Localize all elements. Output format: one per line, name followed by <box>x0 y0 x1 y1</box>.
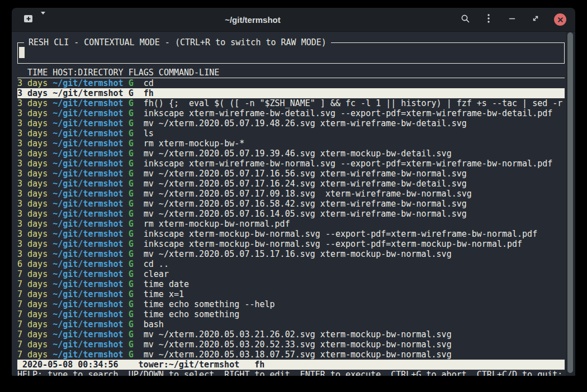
scrollbar-track[interactable] <box>566 32 575 376</box>
row-flags: G <box>129 159 134 169</box>
history-row[interactable]: 3 days ~/git/termshot G mv ~/xterm.2020.… <box>17 209 565 219</box>
row-command: inkscape xterm-wireframe-bw-normal.svg -… <box>144 159 553 169</box>
history-row[interactable]: 7 days ~/git/termshot G mv ~/xterm.2020.… <box>17 329 565 340</box>
row-directory: ~/git/termshot <box>53 118 123 128</box>
search-button[interactable] <box>460 15 470 25</box>
history-row[interactable]: 3 days ~/git/termshot G mv ~/xterm.2020.… <box>17 249 565 259</box>
tab-dropdown-button[interactable] <box>41 15 45 25</box>
row-time: 7 days <box>17 309 48 319</box>
row-command: mv ~/xterm.2020.05.07.16.58.42.svg xterm… <box>144 199 467 209</box>
row-time: 3 days <box>17 98 48 108</box>
history-row[interactable]: 3 days ~/git/termshot G inkscape xterm-m… <box>17 239 565 249</box>
history-row[interactable]: 3 days ~/git/termshot G mv ~/xterm.2020.… <box>17 169 565 179</box>
minimize-icon <box>508 15 516 25</box>
row-flags: G <box>129 299 134 309</box>
row-flags: G <box>129 279 134 289</box>
row-command: time date <box>144 279 189 289</box>
history-row[interactable]: 7 days ~/git/termshot G clear <box>17 269 565 279</box>
row-command: rm xterm-mockup-bw-normal.pdf <box>144 219 290 229</box>
close-icon <box>558 15 563 25</box>
row-command: cd <box>144 78 154 88</box>
row-flags: G <box>129 249 134 259</box>
row-flags: G <box>129 108 134 118</box>
titlebar[interactable]: ~/git/termshot <box>12 8 575 32</box>
row-flags: G <box>129 118 134 128</box>
row-time: 3 days <box>17 108 48 118</box>
history-row[interactable]: 3 days ~/git/termshot G cd <box>17 78 565 88</box>
status-host-path: tower:~/git/termshot <box>139 360 240 370</box>
row-flags: G <box>129 219 134 229</box>
search-cursor <box>19 47 25 58</box>
row-directory: ~/git/termshot <box>53 299 123 309</box>
status-query: fh <box>254 360 264 370</box>
history-row[interactable]: 7 days ~/git/termshot G time echo someth… <box>17 309 565 319</box>
scrollbar-thumb[interactable] <box>567 32 573 373</box>
row-time: 7 days <box>17 350 48 360</box>
restore-button[interactable] <box>531 15 541 25</box>
history-row[interactable]: 3 days ~/git/termshot G mv ~/xterm.2020.… <box>17 199 565 209</box>
tab-dropdown-icon <box>41 12 45 24</box>
row-flags: G <box>129 169 134 179</box>
window-title: ~/git/termshot <box>45 15 460 25</box>
row-command: mv ~/xterm.2020.05.07.16.14.05.svg xterm… <box>144 209 467 219</box>
row-flags: G <box>129 88 134 98</box>
resh-cli-panel: RESH CLI - CONTEXTUAL MODE - (CTRL+R to … <box>17 37 565 376</box>
history-row[interactable]: 3 days ~/git/termshot G inkscape xterm-m… <box>17 229 565 239</box>
history-row[interactable]: 3 days ~/git/termshot G mv ~/xterm.2020.… <box>17 118 565 128</box>
history-row[interactable]: 3 days ~/git/termshot G mv ~/xterm.2020.… <box>17 149 565 159</box>
row-command: mv ~/xterm.2020.05.03.21.26.02.svg xterm… <box>144 329 452 340</box>
history-list: 3 days ~/git/termshot G cd3 days ~/git/t… <box>17 78 565 360</box>
row-command: mv ~/xterm.2020.05.03.18.07.57.svg xterm… <box>144 350 452 360</box>
row-flags: G <box>129 329 134 340</box>
row-time: 6 days <box>17 259 48 269</box>
row-flags: G <box>129 138 134 149</box>
menu-button[interactable] <box>484 15 494 25</box>
history-row[interactable]: 7 days ~/git/termshot G time date <box>17 279 565 289</box>
row-command: clear <box>144 269 169 279</box>
row-flags: G <box>129 128 134 138</box>
history-row-selected[interactable]: 3 days ~/git/termshot G fh <box>17 88 565 98</box>
row-command: cd .. <box>144 259 169 269</box>
history-row[interactable]: 3 days ~/git/termshot G inkscape xterm-w… <box>17 159 565 169</box>
history-row[interactable]: 7 days ~/git/termshot G bash <box>17 319 565 329</box>
history-row[interactable]: 7 days ~/git/termshot G mv ~/xterm.2020.… <box>17 350 565 360</box>
row-directory: ~/git/termshot <box>53 199 123 209</box>
row-flags: G <box>129 78 134 88</box>
close-button[interactable] <box>554 13 566 26</box>
row-time: 3 days <box>17 169 48 179</box>
row-time: 7 days <box>17 279 48 289</box>
row-command: mv ~/xterm.2020.05.07.19.48.26.svg xterm… <box>144 118 467 128</box>
row-time: 3 days <box>17 88 48 98</box>
restore-icon <box>532 15 539 25</box>
history-row[interactable]: 6 days ~/git/termshot G cd .. <box>17 259 565 269</box>
row-command: rm xterm-mockup-bw-* <box>144 138 245 149</box>
history-row[interactable]: 3 days ~/git/termshot G ls <box>17 128 565 138</box>
row-time: 7 days <box>17 319 48 329</box>
row-flags: G <box>129 229 134 239</box>
history-row[interactable]: 3 days ~/git/termshot G rm xterm-mockup-… <box>17 138 565 149</box>
row-command: inkscape xterm-mockup-bw-normal.svg --ex… <box>144 239 522 249</box>
row-command: inkscape xterm-mockup-bw-normal.svg --ex… <box>144 229 537 239</box>
history-row[interactable]: 7 days ~/git/termshot G time echo someth… <box>17 299 565 309</box>
minimize-button[interactable] <box>507 15 517 25</box>
row-command: fh() {; eval $( ([ -n "$ZSH_NAME" ] && f… <box>144 98 563 108</box>
search-input[interactable]: RESH CLI - CONTEXTUAL MODE - (CTRL+R to … <box>17 42 565 64</box>
history-row[interactable]: 3 days ~/git/termshot G mv ~/xterm.2020.… <box>17 179 565 189</box>
terminal-screen[interactable]: RESH CLI - CONTEXTUAL MODE - (CTRL+R to … <box>12 32 575 376</box>
history-row[interactable]: 3 days ~/git/termshot G inkscape xterm-w… <box>17 108 565 118</box>
row-time: 7 days <box>17 299 48 309</box>
row-directory: ~/git/termshot <box>53 209 123 219</box>
history-row[interactable]: 3 days ~/git/termshot G rm xterm-mockup-… <box>17 219 565 229</box>
history-row[interactable]: 7 days ~/git/termshot G mv ~/xterm.2020.… <box>17 340 565 350</box>
history-row[interactable]: 3 days ~/git/termshot G mv ~/xterm.2020.… <box>17 189 565 199</box>
row-time: 3 days <box>17 128 48 138</box>
row-directory: ~/git/termshot <box>53 179 123 189</box>
history-row[interactable]: 3 days ~/git/termshot G fh() {; eval $( … <box>17 98 565 108</box>
row-time: 7 days <box>17 329 48 340</box>
new-tab-button[interactable] <box>22 14 34 25</box>
row-command: mv ~/xterm.2020.05.07.17.16.24.svg xterm… <box>144 179 467 189</box>
row-time: 3 days <box>17 199 48 209</box>
new-tab-icon <box>23 15 33 25</box>
history-row[interactable]: 7 days ~/git/termshot G time x=1 <box>17 289 565 299</box>
row-directory: ~/git/termshot <box>53 128 123 138</box>
